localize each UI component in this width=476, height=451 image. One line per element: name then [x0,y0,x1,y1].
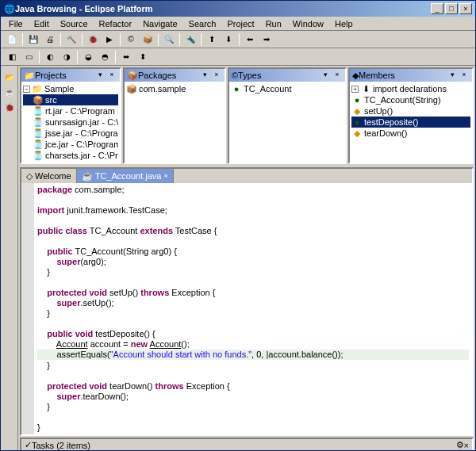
packages-icon: 📦 [127,71,138,81]
type-item[interactable]: ●TC_Account [231,83,344,94]
menu-edit[interactable]: Edit [29,18,54,29]
projects-icon: 📁 [24,71,35,81]
debug-icon[interactable]: 🐞 [85,32,101,47]
back-icon[interactable]: ⬅ [242,32,258,47]
tab-tc-account[interactable]: ☕TC_Account.java× [77,169,174,183]
perspective-bar: 📂 ☕ 🐞 [1,66,18,451]
close-icon[interactable]: × [106,71,117,80]
close-icon[interactable]: × [211,71,222,80]
member-item[interactable]: ◆setUp() [351,105,470,117]
menu-icon[interactable]: ▾ [94,71,106,80]
menu-icon[interactable]: ▾ [320,71,331,80]
tab-welcome[interactable]: ◇Welcome [21,169,77,183]
tool-icon-4[interactable]: ◒ [80,50,96,64]
types-icon: © [232,71,238,80]
menu-search[interactable]: Search [184,18,221,29]
packages-panel: 📦Packages▾× 📦com.sample [123,67,226,164]
code-editor[interactable]: package com.sample; import junit.framewo… [21,183,472,434]
menu-help[interactable]: Help [330,18,358,29]
tool-icon-6[interactable]: ⬌ [118,50,134,64]
menu-run[interactable]: Run [261,18,286,29]
debug-perspective-icon[interactable]: 🐞 [2,100,17,114]
new-package-icon[interactable]: 📦 [140,32,155,47]
tool-icon[interactable]: ▭ [21,50,36,64]
new-icon[interactable]: 📄 [4,32,20,47]
annotation-next-icon[interactable]: ⬇ [221,32,236,47]
toggle-breadcrumb-icon[interactable]: ◧ [4,50,20,64]
save-icon[interactable]: 💾 [25,32,41,47]
tasks-panel: ✓Tasks (2 items)⚙× C ! Description Resou… [20,438,474,451]
filter-icon[interactable]: ⚙ [456,440,464,450]
menu-window[interactable]: Window [288,18,328,29]
new-class-icon[interactable]: © [123,32,139,47]
menu-icon[interactable]: ▾ [447,71,458,80]
projects-panel: 📁Projects▾× −📁Sample 📦src 🫙rt.jar - C:\P… [20,67,121,164]
tool-icon-2[interactable]: ◐ [42,50,58,64]
close-icon[interactable]: × [464,441,469,450]
close-icon[interactable]: × [332,71,343,80]
projects-title: Projects [35,71,94,80]
types-panel: ©Types▾× ●TC_Account [228,67,347,164]
run-icon[interactable]: ▶ [102,32,117,47]
menu-icon[interactable]: ▾ [199,71,210,80]
annotation-prev-icon[interactable]: ⬆ [204,32,220,47]
packages-title: Packages [138,71,198,80]
minimize-button[interactable]: _ [431,3,443,14]
member-item[interactable]: ●TC_Account(String) [351,94,470,105]
types-title: Types [238,71,319,80]
menu-refactor[interactable]: Refactor [94,18,137,29]
tree-item[interactable]: 🫙sunrsasign.jar - C:\Prog [23,117,118,128]
close-icon[interactable]: × [459,71,470,80]
main-toolbar: 📄 💾 🖨 🔨 🐞 ▶ © 📦 🔍 🔦 ⬆ ⬇ ⬅ ➡ [1,31,475,48]
tasks-icon: ✓ [25,440,32,450]
forward-icon[interactable]: ➡ [259,32,274,47]
members-icon: ◆ [352,71,359,81]
window-title: Java Browsing - Eclipse Platform [15,4,429,13]
tree-item[interactable]: 🫙jsse.jar - C:\Program Fi [23,128,118,139]
tree-item[interactable]: 🫙jce.jar - C:\Program File [23,139,118,150]
secondary-toolbar: ◧ ▭ ◐ ◑ ◒ ◓ ⬌ ⬍ [1,48,475,66]
tool-icon-3[interactable]: ◑ [59,50,75,64]
tree-item[interactable]: 📦src [23,94,118,105]
print-icon[interactable]: 🖨 [42,32,58,47]
menubar: File Edit Source Refactor Navigate Searc… [1,17,475,31]
package-item[interactable]: 📦com.sample [126,83,223,94]
member-item[interactable]: +⬇import declarations [351,83,470,94]
tree-item[interactable]: 🫙rt.jar - C:\Program Files [23,105,118,117]
close-button[interactable]: × [459,3,472,14]
tree-item[interactable]: 🫙charsets.jar - C:\Progra [23,150,118,161]
tool-icon-7[interactable]: ⬍ [135,50,151,64]
menu-navigate[interactable]: Navigate [138,18,182,29]
tool-icon-5[interactable]: ◓ [97,50,113,64]
perspective-open-icon[interactable]: 📂 [2,70,17,84]
close-icon[interactable]: × [163,172,167,180]
member-item[interactable]: ●testDeposite() [351,117,470,128]
search-icon[interactable]: 🔦 [182,32,198,47]
maximize-button[interactable]: □ [445,3,458,14]
project-root[interactable]: −📁Sample [23,83,118,94]
open-type-icon[interactable]: 🔍 [161,32,177,47]
menu-source[interactable]: Source [56,18,93,29]
members-title: Members [359,71,446,80]
editor-tabs: ◇Welcome ☕TC_Account.java× [21,169,472,183]
editor-area: ◇Welcome ☕TC_Account.java× package com.s… [20,167,474,436]
tasks-title: Tasks (2 items) [32,441,456,450]
app-icon: 🌐 [4,4,15,14]
members-panel: ◆Members▾× +⬇import declarations ●TC_Acc… [348,67,474,164]
member-item[interactable]: ◆tearDown() [351,128,470,139]
build-icon[interactable]: 🔨 [63,32,79,47]
menu-file[interactable]: File [4,18,28,29]
window-titlebar: 🌐 Java Browsing - Eclipse Platform _ □ × [1,1,475,17]
menu-project[interactable]: Project [222,18,259,29]
java-perspective-icon[interactable]: ☕ [2,85,17,99]
